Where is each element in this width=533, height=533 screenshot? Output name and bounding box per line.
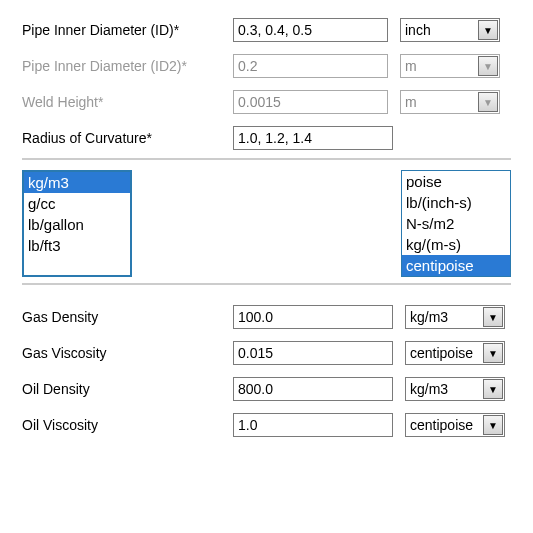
density-unit-option[interactable]: kg/m3 <box>24 172 130 193</box>
gas-density-unit-select[interactable]: kg/m3 ▼ <box>405 305 505 329</box>
viscosity-units-listbox[interactable]: poise lb/(inch-s) N-s/m2 kg/(m-s) centip… <box>401 170 511 277</box>
gas-viscosity-input[interactable] <box>233 341 393 365</box>
chevron-down-icon: ▼ <box>478 56 498 76</box>
viscosity-unit-option[interactable]: N-s/m2 <box>402 213 510 234</box>
gas-viscosity-unit-value: centipoise <box>410 345 473 361</box>
weld-height-label: Weld Height* <box>22 94 227 110</box>
pipe-id2-unit-select: m ▼ <box>400 54 500 78</box>
pipe-id-label: Pipe Inner Diameter (ID)* <box>22 22 227 38</box>
chevron-down-icon: ▼ <box>483 415 503 435</box>
pipe-id-unit-select[interactable]: inch ▼ <box>400 18 500 42</box>
weld-height-input <box>233 90 388 114</box>
gas-viscosity-unit-select[interactable]: centipoise ▼ <box>405 341 505 365</box>
oil-viscosity-label: Oil Viscosity <box>22 417 227 433</box>
chevron-down-icon: ▼ <box>478 92 498 112</box>
gas-density-unit-value: kg/m3 <box>410 309 448 325</box>
viscosity-unit-option[interactable]: kg/(m-s) <box>402 234 510 255</box>
pipe-id-unit-value: inch <box>405 22 431 38</box>
viscosity-unit-option[interactable]: lb/(inch-s) <box>402 192 510 213</box>
chevron-down-icon: ▼ <box>478 20 498 40</box>
radius-curvature-label: Radius of Curvature* <box>22 130 227 146</box>
weld-height-unit-value: m <box>405 94 417 110</box>
weld-height-unit-select: m ▼ <box>400 90 500 114</box>
oil-density-unit-value: kg/m3 <box>410 381 448 397</box>
gas-density-label: Gas Density <box>22 309 227 325</box>
density-unit-option[interactable]: lb/gallon <box>24 214 130 235</box>
chevron-down-icon: ▼ <box>483 307 503 327</box>
viscosity-unit-option[interactable]: centipoise <box>402 255 510 276</box>
oil-density-input[interactable] <box>233 377 393 401</box>
oil-viscosity-unit-select[interactable]: centipoise ▼ <box>405 413 505 437</box>
oil-viscosity-unit-value: centipoise <box>410 417 473 433</box>
oil-density-label: Oil Density <box>22 381 227 397</box>
pipe-id-input[interactable] <box>233 18 388 42</box>
gas-density-input[interactable] <box>233 305 393 329</box>
density-unit-option[interactable]: lb/ft3 <box>24 235 130 256</box>
oil-density-unit-select[interactable]: kg/m3 ▼ <box>405 377 505 401</box>
density-units-listbox[interactable]: kg/m3 g/cc lb/gallon lb/ft3 <box>22 170 132 277</box>
radius-curvature-input[interactable] <box>233 126 393 150</box>
oil-viscosity-input[interactable] <box>233 413 393 437</box>
gas-viscosity-label: Gas Viscosity <box>22 345 227 361</box>
pipe-id2-unit-value: m <box>405 58 417 74</box>
viscosity-unit-option[interactable]: poise <box>402 171 510 192</box>
pipe-id2-label: Pipe Inner Diameter (ID2)* <box>22 58 227 74</box>
pipe-id2-input <box>233 54 388 78</box>
density-unit-option[interactable]: g/cc <box>24 193 130 214</box>
chevron-down-icon: ▼ <box>483 343 503 363</box>
chevron-down-icon: ▼ <box>483 379 503 399</box>
